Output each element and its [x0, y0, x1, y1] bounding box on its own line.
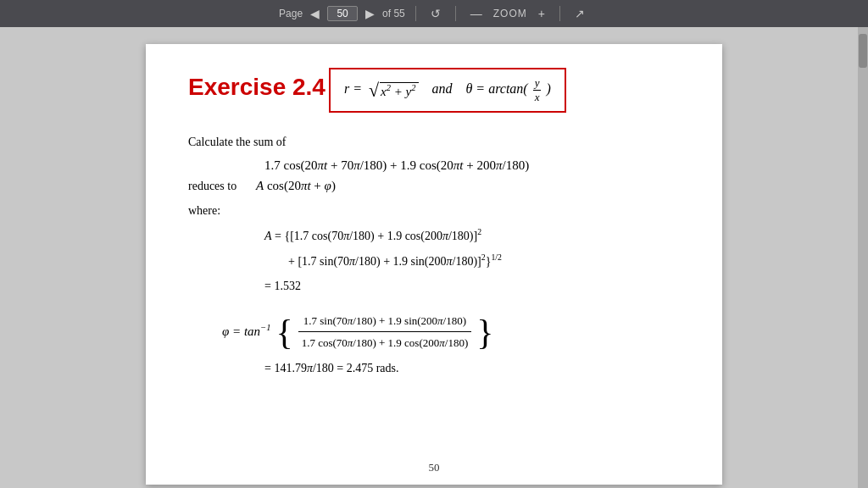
next-page-button[interactable]: ▶ — [361, 5, 379, 22]
sqrt-expression: √ x2 + y2 — [369, 81, 419, 100]
equation2: A cos(20πt + φ) — [256, 176, 336, 196]
open-brace: { — [275, 314, 292, 350]
refresh-button[interactable]: ↺ — [426, 5, 445, 22]
phi-numerator: 1.7 sin(70π/180) + 1.9 sin(200π/180) — [298, 310, 472, 332]
fraction-den: x — [533, 91, 542, 104]
reduces-label: reduces to — [188, 175, 256, 197]
page-total: of 55 — [382, 8, 405, 19]
scrollbar-thumb[interactable] — [859, 34, 867, 68]
a-equation-line1: A = {[1.7 cos(70π/180) + 1.9 cos(200π/18… — [264, 225, 680, 247]
fraction-num: y — [533, 76, 542, 91]
math-content: Calculate the sum of 1.7 cos(20πt + 70π/… — [188, 131, 680, 379]
zoom-in-button[interactable]: + — [534, 5, 549, 22]
page-label: Page — [279, 8, 303, 19]
where-label: where: — [188, 200, 239, 221]
page-navigation: Page ◀ ▶ of 55 — [279, 5, 405, 22]
phi-fraction: 1.7 sin(70π/180) + 1.9 sin(200π/180) 1.7… — [298, 310, 472, 354]
calculate-label: Calculate the sum of — [188, 131, 680, 152]
divider-3 — [559, 6, 560, 21]
a-result: = 1.532 — [264, 275, 680, 297]
scrollbar[interactable] — [858, 27, 868, 488]
formula-box: r = √ x2 + y2 and θ = arctan( y x ) — [329, 68, 566, 113]
where-row: where: — [188, 200, 680, 221]
page-number-input[interactable] — [327, 6, 358, 21]
toolbar: Page ◀ ▶ of 55 ↺ — ZOOM + ↗ — [0, 0, 868, 27]
content-area: Exercise 2.4 r = √ x2 + y2 and θ = arcta… — [0, 27, 868, 488]
phi-result: = 141.79π/180 = 2.475 rads. — [264, 358, 680, 379]
zoom-out-button[interactable]: — — [466, 5, 487, 22]
a-equation-line2: + [1.7 sin(70π/180) + 1.9 sin(200π/180)]… — [288, 250, 680, 272]
sqrt-content: x2 + y2 — [380, 82, 418, 99]
exercise-title: Exercise 2.4 — [188, 74, 326, 101]
reduces-row: reduces to A cos(20πt + φ) — [188, 175, 680, 197]
sqrt-symbol: √ — [369, 81, 379, 100]
expand-button[interactable]: ↗ — [570, 5, 589, 22]
divider-2 — [455, 6, 456, 21]
phi-section: φ = tan−1 { 1.7 sin(70π/180) + 1.9 sin(2… — [222, 310, 680, 354]
zoom-label: ZOOM — [493, 8, 527, 19]
divider-1 — [415, 6, 416, 21]
phi-denominator: 1.7 cos(70π/180) + 1.9 cos(200π/180) — [298, 332, 472, 353]
equation1: 1.7 cos(20πt + 70π/180) + 1.9 cos(20πt +… — [264, 156, 680, 175]
y-over-x: y x — [533, 76, 542, 104]
formula-text: r = √ x2 + y2 and θ = arctan( y x ) — [344, 81, 551, 96]
close-brace: } — [476, 314, 493, 350]
phi-label: φ = tan−1 — [222, 320, 270, 343]
exercise-header: Exercise 2.4 r = √ x2 + y2 and θ = arcta… — [188, 69, 680, 114]
page: Exercise 2.4 r = √ x2 + y2 and θ = arcta… — [146, 44, 722, 485]
page-number: 50 — [429, 461, 440, 474]
prev-page-button[interactable]: ◀ — [306, 5, 324, 22]
